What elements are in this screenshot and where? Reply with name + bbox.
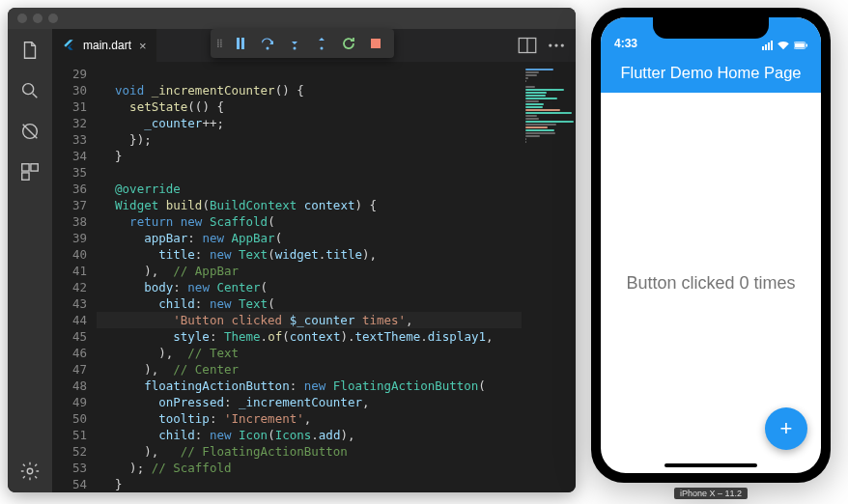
restart-button[interactable] — [336, 31, 361, 56]
svg-point-7 — [294, 47, 297, 50]
gear-icon[interactable] — [18, 460, 42, 483]
extensions-icon[interactable] — [18, 160, 42, 183]
debug-toolbar: ⁞⁞ — [211, 29, 394, 58]
svg-rect-3 — [31, 164, 38, 171]
close-window-button[interactable] — [17, 14, 27, 23]
app-bar: Flutter Demo Home Page — [601, 52, 821, 93]
editor-area: main.dart × ⁞⁞ — [52, 29, 576, 492]
plus-icon: + — [780, 416, 793, 441]
svg-point-5 — [27, 468, 33, 474]
code-editor[interactable]: 2930313233343536373839404142434445464748… — [52, 62, 576, 492]
explorer-icon[interactable] — [18, 39, 42, 62]
zoom-window-button[interactable] — [48, 14, 58, 23]
svg-point-13 — [561, 43, 564, 46]
code-content[interactable]: void _incrementCounter() { setState(() {… — [97, 62, 576, 492]
split-editor-icon[interactable] — [518, 36, 537, 55]
tab-bar: main.dart × ⁞⁞ — [52, 29, 576, 62]
phone-screen: 4:33 Flutter Demo Home Page Button click… — [601, 17, 821, 473]
counter-text: Button clicked 0 times — [626, 273, 795, 294]
more-actions-icon[interactable] — [547, 36, 566, 55]
step-out-button[interactable] — [309, 31, 334, 56]
line-number-gutter: 2930313233343536373839404142434445464748… — [52, 62, 97, 492]
svg-point-6 — [267, 47, 269, 50]
floating-action-button[interactable]: + — [765, 407, 807, 450]
macos-titlebar — [8, 8, 576, 29]
step-over-button[interactable] — [255, 31, 280, 56]
wifi-icon — [777, 41, 790, 50]
minimize-window-button[interactable] — [33, 14, 42, 23]
phone-frame: 4:33 Flutter Demo Home Page Button click… — [591, 8, 831, 483]
ios-simulator: 4:33 Flutter Demo Home Page Button click… — [591, 8, 831, 492]
app-bar-title: Flutter Demo Home Page — [620, 64, 801, 82]
svg-rect-4 — [22, 173, 29, 180]
tab-main-dart[interactable]: main.dart × — [52, 29, 157, 62]
tab-filename: main.dart — [83, 39, 131, 52]
device-label: iPhone X – 11.2 — [674, 488, 748, 499]
step-into-button[interactable] — [282, 31, 307, 56]
signal-icon — [762, 41, 773, 50]
debug-icon[interactable] — [18, 120, 42, 143]
battery-icon — [794, 41, 807, 50]
svg-point-8 — [321, 47, 324, 50]
svg-rect-9 — [371, 39, 381, 48]
flutter-icon — [62, 39, 75, 52]
stop-button[interactable] — [363, 31, 388, 56]
vscode-window: main.dart × ⁞⁞ — [8, 8, 576, 492]
home-indicator[interactable] — [664, 463, 757, 467]
svg-rect-2 — [22, 164, 29, 171]
minimap[interactable] — [522, 62, 576, 492]
notch — [653, 17, 769, 39]
pause-button[interactable] — [228, 31, 253, 56]
activity-bar — [8, 29, 52, 492]
svg-rect-16 — [806, 44, 807, 47]
search-icon[interactable] — [18, 79, 42, 102]
svg-point-11 — [549, 43, 551, 46]
svg-point-12 — [554, 43, 557, 46]
svg-rect-15 — [795, 43, 805, 48]
close-icon[interactable]: × — [139, 39, 147, 53]
svg-point-0 — [23, 84, 34, 95]
status-time: 4:33 — [614, 37, 637, 50]
drag-handle-icon[interactable]: ⁞⁞ — [216, 37, 226, 50]
